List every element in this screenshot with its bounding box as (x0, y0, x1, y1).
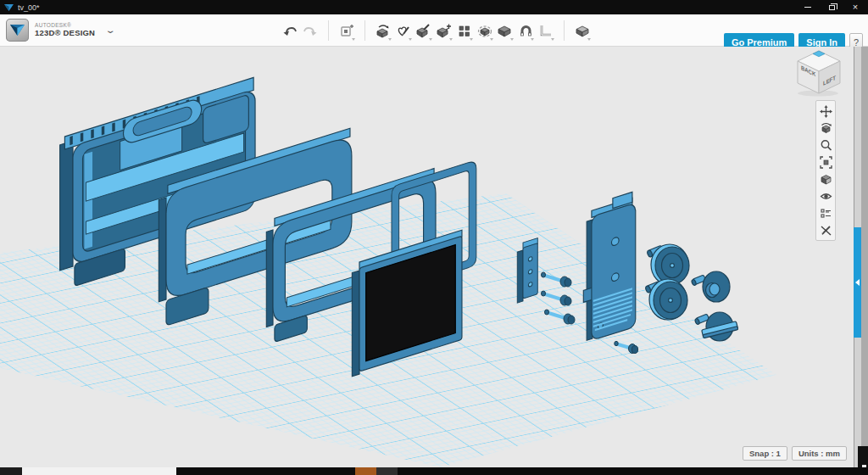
material-icon[interactable] (573, 20, 592, 42)
app-logo-small (4, 3, 14, 12)
sketch-icon[interactable] (394, 20, 413, 42)
window-title: tv_00* (18, 3, 40, 12)
pan-icon[interactable] (817, 103, 834, 120)
snap-setting[interactable]: Snap : 1 (743, 446, 787, 461)
taskbar-segment (376, 467, 398, 475)
status-bar: Snap : 1 Units : mm (743, 446, 847, 461)
view-cube-icon[interactable] (817, 170, 834, 187)
sketch-visibility-icon[interactable] (817, 221, 834, 238)
minimize-icon[interactable] (802, 2, 814, 13)
primitives-icon[interactable] (337, 20, 356, 42)
close-icon[interactable]: × (849, 2, 861, 13)
snap-magnet-icon[interactable] (516, 20, 535, 42)
brand-text: AUTODESK® 123D® DESIGN (35, 22, 95, 37)
slide-panel-tab[interactable] (854, 227, 861, 338)
orbit-icon[interactable] (817, 120, 834, 137)
measure-ruler-icon[interactable] (537, 20, 555, 42)
part-side-panel[interactable] (583, 191, 635, 343)
fit-view-icon[interactable] (817, 154, 834, 170)
maximize-icon[interactable] (826, 2, 837, 13)
view-cube[interactable]: BACK LEFT (793, 49, 845, 97)
taskbar-segment (176, 467, 355, 475)
taskbar-segment (22, 467, 176, 475)
app-menu[interactable]: AUTODESK® 123D® DESIGN ⌄ (6, 19, 114, 42)
modify-icon[interactable] (435, 20, 453, 42)
brand-line2: 123D® DESIGN (35, 29, 95, 38)
part-knob-hub[interactable] (691, 271, 730, 302)
redo-icon[interactable] (301, 20, 320, 42)
taskbar-segment-orange (355, 467, 376, 475)
units-setting[interactable]: Units : mm (792, 446, 847, 461)
exploded-model-scene (0, 47, 854, 467)
grouping-icon[interactable] (476, 20, 494, 42)
toolbar-separator (564, 20, 565, 41)
undo-icon[interactable] (281, 20, 299, 42)
title-bar: tv_00* × (0, 0, 868, 14)
visibility-icon[interactable] (817, 187, 834, 204)
app-logo-icon (6, 19, 29, 42)
screen-edge-strip (861, 47, 868, 475)
toolbar-separator (328, 20, 329, 41)
taskbar-sliver (0, 467, 868, 475)
combine-icon[interactable] (496, 20, 515, 42)
pattern-icon[interactable] (455, 20, 474, 42)
viewport-canvas[interactable]: BACK LEFT Snap : 1 Units : mm (0, 47, 854, 467)
taskbar-segment (0, 467, 22, 475)
transform-icon[interactable] (374, 20, 392, 42)
toolbar-separator (364, 20, 365, 41)
chevron-down-icon[interactable]: ⌄ (105, 25, 116, 35)
outline-list-icon[interactable] (817, 204, 834, 221)
tool-strip (280, 14, 593, 47)
zoom-icon[interactable] (817, 137, 834, 154)
app-toolbar: AUTODESK® 123D® DESIGN ⌄ (0, 14, 868, 47)
construct-icon[interactable] (415, 20, 433, 42)
chevron-left-icon (855, 279, 860, 286)
nav-toolbar (815, 100, 836, 241)
